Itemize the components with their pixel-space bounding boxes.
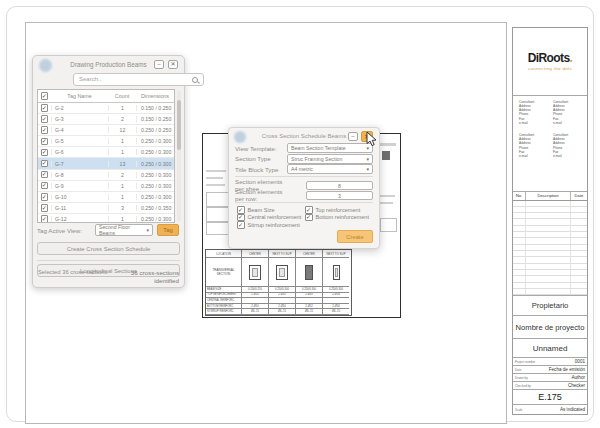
minimize-button[interactable]: –	[154, 60, 164, 69]
table-row[interactable]: G-820.250 / 0.300	[38, 170, 174, 181]
revision-rows	[513, 201, 587, 296]
table-row[interactable]: G-7130.250 / 0.300	[38, 158, 174, 169]
info-label: Checked by	[515, 384, 531, 388]
sheet-fragment	[206, 192, 229, 207]
checkbox-label: Top reinforcement	[316, 207, 361, 213]
create-cross-section-schedule-button[interactable]: Create Cross Section Schedule	[37, 242, 180, 255]
dimensions-cell: 0.250 / 0.300	[136, 216, 174, 222]
field-dropdown[interactable]: Struc Framing Section▾	[287, 154, 373, 164]
dimensions-cell: 0.150 / 0.250	[136, 116, 174, 122]
dialog-field-row: View Template:Beam Section Template▾	[235, 143, 373, 153]
row-checkbox[interactable]	[41, 104, 49, 112]
field-dropdown[interactable]: Beam Section Template▾	[287, 143, 373, 153]
table-row[interactable]: G-210.150 / 0.250	[38, 103, 174, 114]
consultant-block: ConsultantAddressAddressPhoneFaxe-mail	[519, 100, 547, 125]
scrollbar-thumb[interactable]	[177, 100, 181, 150]
table-row[interactable]: G-1010.250 / 0.300	[38, 192, 174, 203]
tag-name-cell: G-10	[51, 194, 108, 200]
sheet-fragment	[380, 143, 396, 146]
tag-name-cell: G-4	[51, 127, 108, 133]
tag-name-cell: G-9	[51, 183, 108, 189]
info-value: Checker	[568, 383, 585, 388]
dialog-field-row: Section TypeStruc Framing Section▾	[235, 154, 373, 164]
table-row[interactable]: G-320.150 / 0.250	[38, 114, 174, 125]
table-row[interactable]: G-4120.250 / 0.250	[38, 125, 174, 136]
table-row[interactable]: G-1130.250 / 0.350	[38, 203, 174, 214]
beam-section-glyph	[305, 265, 313, 280]
count-cell: 1	[108, 216, 136, 222]
checkbox-item[interactable]: Top reinforcement	[305, 206, 369, 214]
tag-name-cell: G-8	[51, 172, 108, 178]
title-block-info-row: Project number0001	[513, 358, 587, 366]
checkbox-column-right: Top reinforcementBottom reinforcement	[305, 206, 369, 221]
table-row[interactable]: G-910.250 / 0.300	[38, 181, 174, 192]
table-scrollbar[interactable]	[177, 90, 181, 222]
info-value: 0001	[575, 359, 585, 364]
info-label: Project number	[515, 360, 535, 364]
row-checkbox[interactable]	[41, 182, 49, 190]
row-checkbox[interactable]	[41, 204, 49, 212]
scale-label: Scale	[515, 408, 523, 412]
revision-header-cell: Description	[526, 192, 571, 200]
dimensions-cell: 0.250 / 0.300	[136, 161, 174, 167]
checkbox-icon[interactable]	[305, 214, 313, 222]
numeric-input[interactable]: 3	[306, 191, 373, 200]
create-button[interactable]: Create	[337, 230, 373, 243]
table-row[interactable]: G-510.250 / 0.300	[38, 136, 174, 147]
count-cell: 2	[108, 172, 136, 178]
table-row[interactable]: G-1210.250 / 0.300	[38, 214, 174, 223]
divider	[37, 260, 180, 261]
field-label: Section Type	[235, 155, 287, 162]
checkbox-icon[interactable]	[237, 221, 245, 229]
field-label: Section elements per row:	[235, 188, 287, 202]
chevron-down-icon: ▾	[366, 166, 369, 172]
field-dropdown[interactable]: A4 metric▾	[287, 164, 373, 174]
schedule-header-cell: CENTER	[242, 250, 269, 258]
checkbox-item[interactable]: Beam Size	[237, 206, 301, 214]
count-cell: 1	[108, 194, 136, 200]
row-checkbox[interactable]	[41, 215, 49, 223]
numeric-input[interactable]: 8	[306, 181, 373, 190]
dialog-numeric-row: Section elements per row:3	[235, 190, 373, 200]
row-checkbox[interactable]	[41, 115, 49, 123]
row-checkbox[interactable]	[41, 149, 49, 157]
sheet-fragment	[206, 177, 223, 179]
tag-table: Tag NameCountDimensions G-210.150 / 0.25…	[37, 89, 175, 223]
row-checkbox[interactable]	[41, 138, 49, 146]
close-button[interactable]: ✕	[168, 60, 178, 69]
table-row[interactable]: G-610.250 / 0.300	[38, 147, 174, 158]
count-cell: 13	[108, 161, 136, 167]
consultant-line: e-mail	[553, 121, 581, 125]
tag-active-view-label: Tag Active View:	[37, 227, 82, 234]
row-checkbox[interactable]	[41, 171, 49, 179]
tag-table-body: G-210.150 / 0.250G-320.150 / 0.250G-4120…	[38, 103, 174, 223]
row-checkbox[interactable]	[41, 126, 49, 134]
tag-name-cell: G-12	[51, 216, 108, 222]
row-checkbox[interactable]	[41, 160, 49, 168]
dialog-minimize-button[interactable]: –	[348, 132, 358, 141]
sheet-fragment	[380, 218, 397, 232]
column-header: Tag Name	[51, 93, 108, 99]
row-checkbox[interactable]	[41, 193, 49, 201]
sheet-number: E.175	[513, 390, 587, 405]
beam-schedule-table: LOCATIONCENTERNEXT TO SUPCENTERNEXT TO S…	[205, 249, 352, 316]
checkbox-item[interactable]: Central reinforcement	[237, 214, 301, 222]
schedule-header-cell: NEXT TO SUP	[269, 250, 296, 258]
checkbox-item[interactable]: Stirrup reinforcement	[237, 221, 301, 229]
project-name-label: Nombre de proyecto	[513, 316, 587, 339]
tag-name-cell: G-7	[51, 161, 108, 167]
search-input[interactable]: Search..	[73, 73, 204, 86]
chevron-down-icon: ▾	[146, 227, 149, 233]
count-cell: 1	[108, 138, 136, 144]
info-label: Drawn by	[515, 376, 528, 380]
header-checkbox[interactable]	[41, 92, 49, 100]
active-view-dropdown[interactable]: Second Floor Beams ▾	[95, 224, 153, 236]
tag-button[interactable]: Tag	[157, 224, 179, 236]
info-value: Fecha de emisión	[549, 367, 585, 372]
title-block-info-rows: Project number0001DateFecha de emisiónDr…	[513, 358, 587, 390]
title-block-logo-box: DiRoots. connecting the dots	[513, 28, 587, 96]
dimensions-cell: 0.250 / 0.350	[136, 205, 174, 211]
sheet-fragment	[206, 170, 226, 172]
checkbox-item[interactable]: Bottom reinforcement	[305, 214, 369, 222]
tag-name-cell: G-11	[51, 205, 108, 211]
